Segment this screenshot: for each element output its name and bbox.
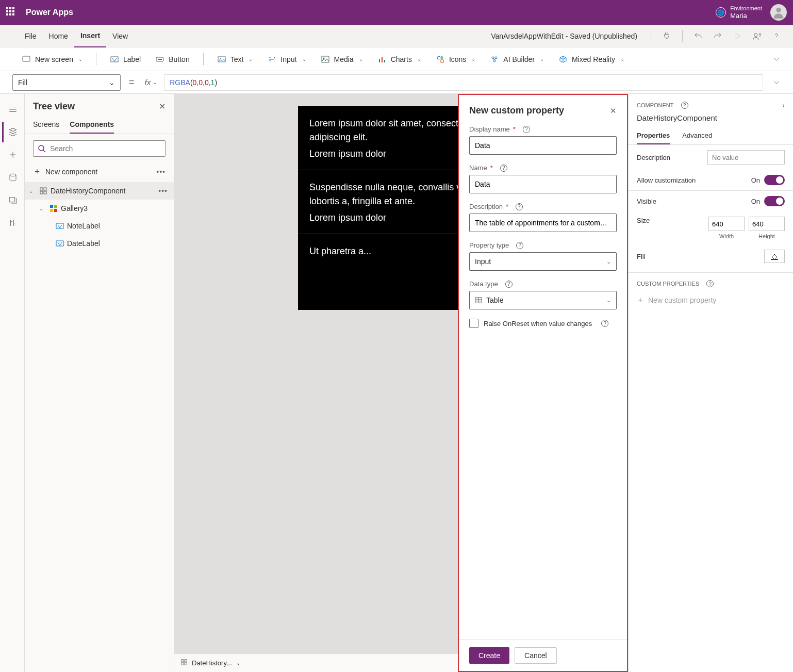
tree-item-gallery[interactable]: ⌄ Gallery3	[25, 200, 174, 217]
svg-point-17	[39, 145, 44, 151]
data-icon[interactable]	[2, 167, 23, 188]
tree-item-datelabel[interactable]: DateLabel	[25, 235, 174, 252]
undo-icon[interactable]	[690, 28, 706, 44]
expand-formula-icon[interactable]	[768, 74, 785, 91]
plus-icon: ＋	[33, 166, 41, 177]
new-screen-button[interactable]: New screen⌄	[16, 51, 88, 68]
mixed-reality-icon	[558, 55, 568, 64]
display-name-input[interactable]	[469, 136, 617, 155]
tab-screens[interactable]: Screens	[33, 116, 59, 134]
svg-rect-5	[158, 59, 162, 60]
expand-toolbar-icon[interactable]	[768, 51, 785, 68]
menu-file[interactable]: File	[19, 25, 43, 47]
search-input[interactable]	[50, 144, 161, 153]
user-avatar[interactable]	[770, 4, 787, 21]
description-prop-input[interactable]	[707, 150, 785, 165]
insert-icon[interactable]	[2, 144, 23, 165]
component-icon	[39, 187, 47, 195]
data-type-select[interactable]: Table ⌄	[469, 291, 617, 309]
formula-input[interactable]: RGBA(0, 0, 0, 1)	[164, 74, 763, 91]
svg-rect-23	[54, 205, 57, 208]
chevron-down-icon: ⌄	[249, 56, 253, 62]
help-icon[interactable]: ?	[681, 102, 688, 109]
height-input[interactable]	[749, 217, 785, 231]
hamburger-icon[interactable]	[2, 99, 23, 120]
fill-color-picker[interactable]	[764, 250, 785, 263]
chevron-right-icon[interactable]: ›	[782, 101, 785, 109]
mixed-reality-button[interactable]: Mixed Reality⌄	[553, 51, 630, 68]
close-icon[interactable]: ✕	[159, 102, 166, 111]
tree-item-component[interactable]: ⌄ DateHistoryComponent •••	[25, 182, 174, 200]
plus-icon: ＋	[637, 296, 644, 305]
help-icon[interactable]: ?	[523, 126, 530, 133]
chevron-down-icon: ⌄	[471, 56, 475, 62]
more-icon[interactable]: •••	[158, 187, 168, 195]
icons-button[interactable]: Icons⌄	[431, 51, 481, 68]
new-custom-property-button[interactable]: ＋ New custom property	[629, 290, 793, 310]
search-icon	[38, 144, 46, 153]
advanced-tools-icon[interactable]	[2, 212, 23, 233]
text-button[interactable]: Abc Text⌄	[212, 51, 258, 68]
app-launcher-icon[interactable]	[6, 7, 16, 18]
allow-customization-label: Allow customization	[637, 176, 696, 184]
name-input[interactable]	[469, 175, 617, 193]
svg-rect-16	[9, 198, 15, 202]
new-custom-property-dialog: New custom property ✕ Display name *? Na…	[458, 94, 628, 672]
ai-builder-button[interactable]: AI Builder⌄	[485, 51, 549, 68]
create-button[interactable]: Create	[469, 647, 509, 664]
menu-view[interactable]: View	[106, 25, 134, 47]
media-button[interactable]: Media⌄	[316, 51, 368, 68]
help-icon[interactable]: ?	[601, 320, 608, 327]
environment-picker[interactable]: 🌐 Environment Maria	[716, 5, 762, 20]
new-component-button[interactable]: ＋ New component •••	[25, 163, 174, 182]
tab-advanced[interactable]: Advanced	[682, 127, 712, 144]
help-icon[interactable]: ?	[516, 242, 523, 249]
media-rail-icon[interactable]	[2, 190, 23, 210]
tree-item-notelabel[interactable]: NoteLabel	[25, 217, 174, 235]
help-icon[interactable]: ?	[706, 280, 714, 287]
tree-view-icon[interactable]	[2, 122, 23, 142]
tree-search[interactable]	[33, 140, 166, 157]
close-icon[interactable]: ✕	[610, 106, 617, 116]
tab-properties[interactable]: Properties	[637, 127, 670, 144]
property-selector[interactable]: Fill ⌄	[12, 74, 121, 91]
description-input[interactable]	[469, 214, 617, 232]
chevron-down-icon[interactable]: ⌄	[236, 660, 240, 666]
play-icon[interactable]	[729, 28, 746, 44]
label-button[interactable]: Label	[105, 51, 146, 68]
redo-icon[interactable]	[709, 28, 726, 44]
svg-rect-29	[185, 660, 187, 662]
help-icon[interactable]	[768, 28, 785, 44]
document-title: VanArsdelAppWithEdit - Saved (Unpublishe…	[491, 32, 637, 40]
chevron-down-icon[interactable]: ⌄	[39, 206, 46, 211]
app-checker-icon[interactable]	[658, 28, 675, 44]
app-header: Power Apps 🌐 Environment Maria	[0, 0, 793, 25]
chevron-down-icon[interactable]: ⌄	[29, 188, 36, 194]
menu-home[interactable]: Home	[43, 25, 74, 47]
chevron-down-icon: ⌄	[540, 56, 544, 62]
visible-toggle[interactable]	[764, 196, 785, 206]
tab-components[interactable]: Components	[70, 116, 114, 134]
share-icon[interactable]	[749, 28, 765, 44]
help-icon[interactable]: ?	[505, 281, 513, 288]
svg-rect-25	[54, 209, 57, 212]
allow-customization-toggle[interactable]	[764, 175, 785, 185]
more-icon[interactable]: •••	[156, 168, 166, 176]
cancel-button[interactable]: Cancel	[515, 647, 557, 664]
menu-insert[interactable]: Insert	[74, 25, 106, 47]
chevron-down-icon: ⌄	[606, 297, 611, 304]
charts-button[interactable]: Charts⌄	[372, 51, 426, 68]
width-input[interactable]	[708, 217, 745, 231]
input-button[interactable]: Input⌄	[262, 51, 311, 68]
help-icon[interactable]: ?	[500, 165, 507, 172]
button-button[interactable]: Button	[150, 51, 194, 68]
formula-bar: Fill ⌄ = fx⌄ RGBA(0, 0, 0, 1)	[0, 71, 793, 94]
fx-icon[interactable]: fx⌄	[143, 78, 159, 87]
help-icon[interactable]: ?	[516, 203, 523, 210]
display-name-label: Display name *?	[469, 125, 617, 133]
onreset-checkbox[interactable]	[469, 319, 478, 328]
ai-builder-icon	[490, 55, 499, 64]
chevron-down-icon: ⌄	[606, 258, 611, 265]
button-icon	[155, 55, 164, 64]
property-type-select[interactable]: Input ⌄	[469, 252, 617, 271]
